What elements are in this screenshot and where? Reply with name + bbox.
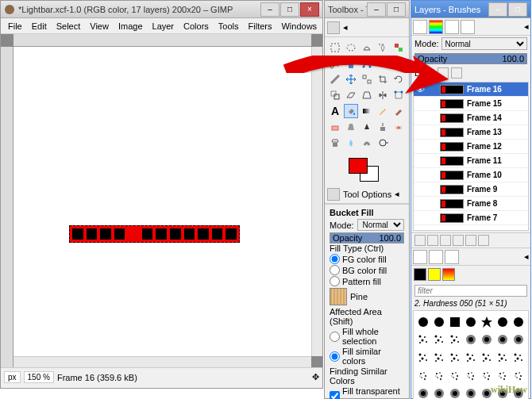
layer-name[interactable]: Frame 7 [467, 213, 497, 222]
ink-tool[interactable] [360, 120, 374, 134]
toolbox-min-button[interactable]: – [367, 2, 386, 17]
layer-row[interactable]: Frame 15 [414, 97, 528, 111]
duplicate-layer-button[interactable] [453, 235, 464, 246]
menu-edit[interactable]: Edit [28, 20, 51, 33]
brush-filter-input[interactable] [414, 285, 527, 297]
scale-tool[interactable] [328, 88, 342, 102]
layer-mode-select[interactable]: Normal [441, 37, 527, 50]
scissors-tool[interactable] [328, 56, 342, 71]
tab-arrow-icon[interactable]: ◂ [524, 21, 529, 32]
color-picker-tool[interactable] [376, 56, 390, 71]
toolbox-max-button[interactable]: □ [387, 2, 406, 17]
move-tool[interactable] [344, 72, 358, 86]
layer-name[interactable]: Frame 14 [467, 113, 502, 122]
layer-name[interactable]: Frame 13 [467, 128, 502, 136]
brush-item[interactable] [448, 349, 463, 366]
brush-item[interactable] [416, 385, 431, 399]
brush-item[interactable] [432, 313, 447, 331]
raise-layer-button[interactable] [427, 235, 438, 246]
maximize-button[interactable]: □ [280, 2, 299, 17]
menu-select[interactable]: Select [52, 20, 85, 33]
menu-image[interactable]: Image [114, 20, 147, 33]
layer-name[interactable]: Frame 11 [467, 156, 502, 165]
unit-selector[interactable]: px [4, 371, 21, 383]
toolbox-titlebar[interactable]: Toolbox - Tool Op… – □ [325, 1, 409, 18]
brush-item[interactable] [464, 313, 479, 331]
tab-arrow-icon[interactable]: ◂ [524, 251, 529, 262]
brush-item[interactable] [495, 332, 510, 349]
eraser-tool[interactable] [328, 120, 342, 134]
perspective-tool[interactable] [360, 88, 374, 102]
brush-current-icon[interactable] [414, 268, 426, 281]
perspective-clone-tool[interactable] [328, 136, 342, 150]
menu-colors[interactable]: Colors [179, 20, 213, 33]
layer-name[interactable]: Frame 16 [467, 85, 502, 94]
crop-tool[interactable] [376, 72, 390, 86]
bucket-fill-tool[interactable] [344, 104, 358, 118]
anchor-layer-button[interactable] [465, 235, 476, 246]
vertical-ruler[interactable] [1, 47, 13, 367]
menu-layer[interactable]: Layer [148, 20, 179, 33]
layer-row[interactable]: Frame 7 [414, 211, 528, 225]
layer-name[interactable]: Frame 15 [467, 99, 502, 108]
layers-max-button[interactable]: □ [508, 2, 527, 17]
layer-name[interactable]: Frame 9 [467, 185, 497, 194]
brush-item[interactable] [448, 367, 463, 385]
text-tool[interactable]: A [328, 104, 342, 118]
pattern-swatch[interactable] [330, 288, 347, 305]
brush-item[interactable] [432, 332, 447, 349]
vertical-scrollbar[interactable] [311, 47, 322, 356]
pencil-tool[interactable] [376, 104, 390, 118]
blend-tool[interactable] [360, 104, 374, 118]
brush-item[interactable] [479, 349, 494, 366]
layer-row[interactable]: Frame 13 [414, 125, 528, 140]
dodge-tool[interactable] [376, 136, 390, 150]
layers-titlebar[interactable]: Layers - Brushes – □ [411, 1, 530, 18]
rect-select-tool[interactable] [328, 40, 342, 55]
layer-row[interactable]: 👁Frame 16 [414, 82, 528, 97]
menu-filters[interactable]: Filters [245, 20, 276, 33]
foreground-select-tool[interactable] [344, 56, 358, 71]
paintbrush-tool[interactable] [391, 104, 406, 118]
paths-tab-icon[interactable] [445, 20, 459, 34]
close-button[interactable]: × [300, 2, 319, 17]
zoom-field[interactable]: 150 % [24, 371, 54, 383]
brush-item[interactable] [511, 367, 526, 385]
layer-list[interactable]: 👁Frame 16Frame 15Frame 14Frame 13Frame 1… [413, 82, 529, 231]
brush-item[interactable] [448, 332, 463, 349]
brush-item[interactable] [495, 367, 510, 385]
layer-opacity-slider[interactable]: Opacity100.0 [414, 53, 527, 64]
layers-tab-icon[interactable] [413, 20, 427, 34]
brush-item[interactable] [495, 313, 510, 331]
cage-tool[interactable] [391, 88, 406, 102]
heal-tool[interactable] [391, 120, 406, 134]
pattern-current-icon[interactable] [428, 268, 441, 281]
menu-file[interactable]: File [4, 20, 26, 33]
brush-item[interactable] [511, 349, 526, 366]
zoom-tool[interactable] [391, 56, 406, 71]
ellipse-select-tool[interactable] [344, 40, 358, 55]
tab-arrow-icon[interactable]: ◂ [343, 22, 348, 33]
nav-icon[interactable]: ✥ [312, 372, 319, 382]
new-layer-button[interactable] [414, 235, 426, 246]
brush-item[interactable] [479, 367, 494, 385]
tooloptions-tab-icon[interactable] [327, 188, 340, 201]
brush-item[interactable] [479, 313, 494, 331]
transparent-check[interactable]: Fill transparent areas [330, 386, 404, 399]
layer-row[interactable]: Frame 10 [414, 168, 528, 182]
brush-item[interactable] [432, 385, 447, 399]
foreground-color[interactable] [349, 158, 368, 174]
opacity-slider[interactable]: Opacity100.0 [330, 232, 404, 244]
fuzzy-select-tool[interactable] [376, 40, 390, 55]
brush-item[interactable] [432, 349, 447, 366]
brush-item[interactable] [448, 385, 463, 399]
brush-item[interactable] [479, 332, 494, 349]
delete-layer-button[interactable] [478, 235, 489, 246]
patterns-tab-icon[interactable] [429, 250, 443, 264]
menu-tools[interactable]: Tools [214, 20, 243, 33]
lock-alpha-icon[interactable] [451, 67, 462, 79]
canvas[interactable] [13, 47, 311, 356]
brush-item[interactable] [511, 332, 526, 349]
mode-select[interactable]: Normal [357, 219, 404, 231]
color-select-tool[interactable] [391, 40, 406, 55]
